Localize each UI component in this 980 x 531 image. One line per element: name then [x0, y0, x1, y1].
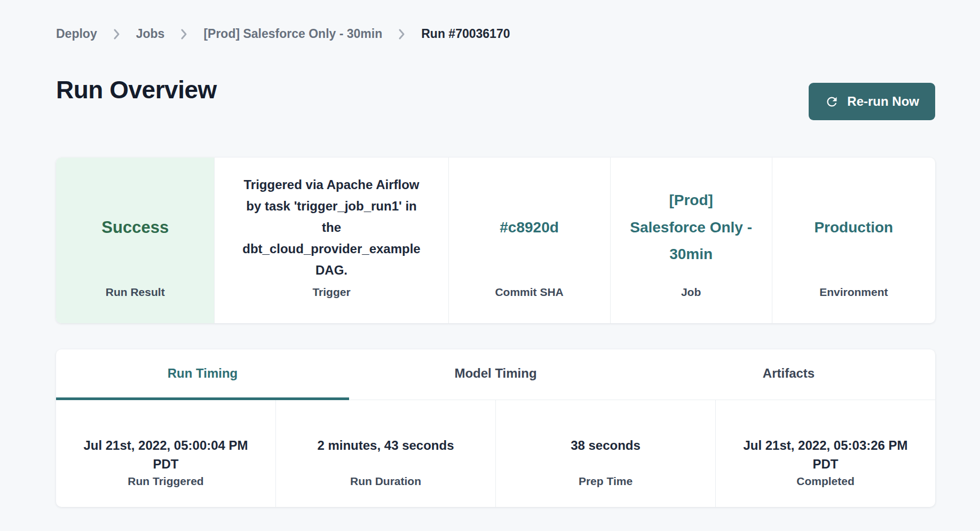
- run-duration-label: Run Duration: [350, 475, 421, 488]
- page-header: Run Overview Re-run Now: [56, 75, 935, 120]
- trigger-value: Triggered via Apache Airflow by task 'tr…: [239, 174, 424, 281]
- run-result-value: Success: [101, 218, 169, 237]
- commit-sha-link[interactable]: #c8920d: [500, 214, 559, 241]
- prep-time-label: Prep Time: [579, 475, 633, 488]
- breadcrumb-item-deploy[interactable]: Deploy: [56, 27, 97, 41]
- prep-time-value: 38 seconds: [571, 436, 641, 475]
- rerun-now-button[interactable]: Re-run Now: [809, 83, 935, 120]
- run-duration-value: 2 minutes, 43 seconds: [317, 436, 454, 475]
- timing-run-triggered: Jul 21st, 2022, 05:00:04 PM PDT Run Trig…: [56, 400, 275, 507]
- environment-link[interactable]: Production: [814, 214, 893, 241]
- run-result-label: Run Result: [106, 286, 165, 323]
- breadcrumb: Deploy Jobs [Prod] Salesforce Only - 30m…: [56, 27, 935, 41]
- breadcrumb-item-job-name[interactable]: [Prod] Salesforce Only - 30min: [203, 27, 382, 41]
- summary-commit-sha: #c8920d Commit SHA: [448, 158, 610, 323]
- chevron-right-icon: [398, 28, 405, 40]
- breadcrumb-item-current-run: Run #70036170: [421, 27, 510, 41]
- run-overview-page: Deploy Jobs [Prod] Salesforce Only - 30m…: [0, 0, 980, 507]
- tab-bar: Run Timing Model Timing Artifacts: [56, 349, 935, 400]
- environment-label: Environment: [819, 286, 888, 323]
- commit-sha-label: Commit SHA: [495, 286, 563, 323]
- tab-model-timing[interactable]: Model Timing: [349, 349, 642, 400]
- summary-trigger: Triggered via Apache Airflow by task 'tr…: [214, 158, 448, 323]
- run-triggered-value: Jul 21st, 2022, 05:00:04 PM PDT: [78, 436, 254, 475]
- summary-run-result: Success Run Result: [56, 158, 214, 323]
- tab-artifacts[interactable]: Artifacts: [642, 349, 935, 400]
- summary-environment: Production Environment: [772, 158, 935, 323]
- run-details-card: Run Timing Model Timing Artifacts Jul 21…: [56, 349, 935, 507]
- rerun-button-label: Re-run Now: [847, 94, 919, 109]
- run-triggered-label: Run Triggered: [128, 475, 203, 488]
- chevron-right-icon: [113, 28, 120, 40]
- timing-completed: Jul 21st, 2022, 05:03:26 PM PDT Complete…: [715, 400, 935, 507]
- run-timing-panel: Jul 21st, 2022, 05:00:04 PM PDT Run Trig…: [56, 400, 935, 507]
- summary-job: [Prod] Salesforce Only - 30min Job: [610, 158, 772, 323]
- run-summary-card: Success Run Result Triggered via Apache …: [56, 158, 935, 323]
- job-link[interactable]: [Prod] Salesforce Only - 30min: [630, 187, 753, 268]
- job-label: Job: [681, 286, 701, 323]
- breadcrumb-item-jobs[interactable]: Jobs: [136, 27, 165, 41]
- tab-run-timing[interactable]: Run Timing: [56, 349, 349, 400]
- refresh-icon: [825, 95, 839, 109]
- completed-label: Completed: [796, 475, 855, 488]
- completed-value: Jul 21st, 2022, 05:03:26 PM PDT: [738, 436, 914, 475]
- timing-prep-time: 38 seconds Prep Time: [495, 400, 715, 507]
- chevron-right-icon: [180, 28, 187, 40]
- trigger-label: Trigger: [312, 286, 350, 323]
- timing-run-duration: 2 minutes, 43 seconds Run Duration: [275, 400, 495, 507]
- page-title: Run Overview: [56, 75, 217, 104]
